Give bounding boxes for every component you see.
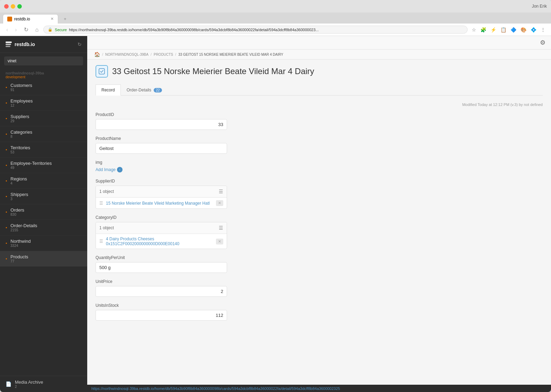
minimize-button[interactable] (11, 4, 15, 9)
status-url: https://northwindnosql-39ba.restdb.io/ho… (91, 386, 340, 391)
extension-icon-1[interactable]: 🧩 (479, 26, 488, 33)
item-icon: ▪ (6, 194, 7, 199)
new-tab-button[interactable]: + (60, 14, 71, 24)
breadcrumb-current: 33 GEITOST 15 NORSKE MEIERIER BEATE VILE… (178, 53, 283, 56)
item-count: 53 (10, 150, 82, 154)
category-field-header: 1 object ☰ (96, 222, 227, 234)
item-name: Categories (10, 130, 82, 135)
form-group-category-id: CategoryID 1 object ☰ ☰ 4 Dairy Products… (96, 215, 543, 249)
img-label: img (96, 160, 543, 165)
item-count: 2155 (10, 228, 82, 232)
page-content: 33 Geitost 15 Norske Meierier Beate Vile… (87, 60, 551, 385)
home-icon[interactable]: 🏠 (94, 52, 100, 57)
sidebar-item-text: Regions 4 (10, 176, 82, 185)
url-display: https://northwindnosql-39ba.restdb.io/ho… (69, 28, 319, 32)
form-group-supplier-id: SupplierID 1 object ☰ ☰ 15 Norske Meieri… (96, 179, 543, 209)
sidebar-item-categories[interactable]: ▪ Categories 8 (0, 126, 87, 142)
sidebar-footer-text: Media Archive 2 (15, 380, 43, 389)
units-in-stock-label: UnitsInStock (96, 303, 543, 308)
extension-icon-6[interactable]: 💠 (529, 26, 538, 33)
breadcrumb-collection[interactable]: PRODUCTS (154, 53, 173, 56)
item-count: 77 (10, 259, 82, 263)
category-remove-button[interactable]: ✕ (216, 239, 223, 244)
maximize-button[interactable] (17, 4, 22, 9)
item-name: Shippers (10, 192, 82, 197)
item-name: Employees (10, 98, 82, 104)
unit-price-input[interactable] (96, 286, 227, 297)
sidebar-item-media-archive[interactable]: 📄 Media Archive 2 (0, 376, 87, 392)
item-count: 29 (10, 119, 82, 123)
tab-record[interactable]: Record (96, 84, 121, 96)
sidebar-item-text: Territories 53 (10, 145, 82, 154)
sidebar-item-orders[interactable]: ▪ Orders 830 (0, 204, 87, 220)
sidebar-item-text: Employee-Territories 49 (10, 161, 82, 170)
sidebar-item-text: Categories 8 (10, 130, 82, 139)
extension-icon-5[interactable]: 🎨 (519, 26, 528, 33)
item-icon: ▪ (6, 100, 7, 105)
breadcrumb-db[interactable]: NORTHWINDNOSQL-39BA (105, 53, 148, 56)
sidebar-item-customers[interactable]: ▪ Customers 91 (0, 80, 87, 95)
category-link[interactable]: 4 Dairy Products Cheeses 0x151C2F0002000… (106, 237, 216, 246)
close-button[interactable] (4, 4, 9, 9)
db-env: development (6, 75, 82, 79)
item-icon: ▪ (6, 163, 7, 168)
sidebar-item-employees[interactable]: ▪ Employees 12 (0, 95, 87, 111)
form-group-units-in-stock: UnitsInStock (96, 303, 543, 321)
unit-price-label: UnitPrice (96, 279, 543, 284)
sidebar-item-suppliers[interactable]: ▪ Suppliers 29 (0, 111, 87, 126)
sidebar-item-northwind[interactable]: ▪ Northwind 3324 (0, 235, 87, 251)
tab-close-icon[interactable]: ✕ (51, 17, 54, 21)
sidebar-item-text: Order-Details 2155 (10, 223, 82, 232)
category-id-field: 1 object ☰ ☰ 4 Dairy Products Cheeses 0x… (96, 222, 227, 249)
back-button[interactable]: ‹ (4, 26, 10, 34)
supplier-remove-button[interactable]: ✕ (216, 200, 223, 206)
reload-button[interactable]: ↻ (22, 26, 30, 34)
app-layout: restdb.io ↻ northwindnosql-39ba developm… (0, 36, 551, 392)
home-button[interactable]: ⌂ (33, 26, 41, 34)
sidebar-item-shippers[interactable]: ▪ Shippers 3 (0, 189, 87, 204)
category-id-label: CategoryID (96, 215, 543, 220)
form-meta: Modified Today at 12:12 PM (v.3) by not … (96, 103, 543, 107)
sidebar-item-employee-territories[interactable]: ▪ Employee-Territories 49 (0, 158, 87, 173)
settings-icon[interactable]: ⚙ (540, 39, 545, 46)
browser-tab[interactable]: restdb.io ✕ (3, 14, 58, 24)
bookmark-icon[interactable]: ☆ (470, 26, 478, 33)
sidebar-item-order-details[interactable]: ▪ Order-Details 2155 (0, 220, 87, 235)
tab-label: restdb.io (14, 17, 30, 21)
item-icon: ▪ (6, 116, 7, 121)
extension-icon-4[interactable]: 🔷 (509, 26, 518, 33)
refresh-icon[interactable]: ↻ (78, 42, 82, 47)
logo-icon (6, 42, 12, 47)
units-in-stock-input[interactable] (96, 310, 227, 321)
add-image-button[interactable]: Add Image ↑ (96, 167, 543, 172)
sidebar-nav: ▪ Customers 91 ▪ Employees 12 ▪ (0, 80, 87, 267)
supplier-menu-icon[interactable]: ☰ (219, 189, 223, 194)
item-icon: ▪ (6, 85, 7, 90)
item-name: Order-Details (10, 223, 82, 228)
quantity-per-unit-input[interactable] (96, 262, 227, 273)
sidebar-item-text: Orders 830 (10, 207, 82, 216)
forward-button[interactable]: › (13, 26, 19, 34)
product-id-label: ProductID (96, 112, 543, 117)
product-name-input[interactable] (96, 143, 227, 154)
nav-bar: ‹ › ↻ ⌂ 🔒 Secure https://northwindnosql-… (0, 24, 551, 36)
top-action-bar: ⚙ (87, 36, 551, 50)
extension-icon-3[interactable]: 📋 (499, 26, 508, 33)
category-menu-icon[interactable]: ☰ (219, 225, 223, 231)
product-id-input[interactable] (96, 119, 227, 130)
sidebar-item-products[interactable]: ▪ Products 77 (0, 251, 87, 267)
supplier-count: 1 object (99, 189, 114, 194)
item-name: Employee-Territories (10, 161, 82, 166)
sidebar-item-territories[interactable]: ▪ Territories 53 (0, 142, 87, 158)
search-input[interactable] (4, 56, 83, 65)
menu-icon[interactable]: ⋮ (539, 26, 547, 33)
sidebar-item-regions[interactable]: ▪ Regions 4 (0, 173, 87, 189)
supplier-link[interactable]: 15 Norske Meierier Beate Vileid Marketin… (106, 201, 216, 206)
tab-order-details[interactable]: Order-Details 22 (121, 84, 168, 95)
item-icon: ▪ (6, 210, 7, 214)
logo-disk-1 (6, 42, 12, 43)
extension-icon-2[interactable]: ⚡ (489, 26, 498, 33)
address-bar[interactable]: 🔒 Secure https://northwindnosql-39ba.res… (43, 26, 468, 34)
media-archive-count: 2 (15, 385, 43, 389)
secure-label: Secure (55, 28, 67, 32)
